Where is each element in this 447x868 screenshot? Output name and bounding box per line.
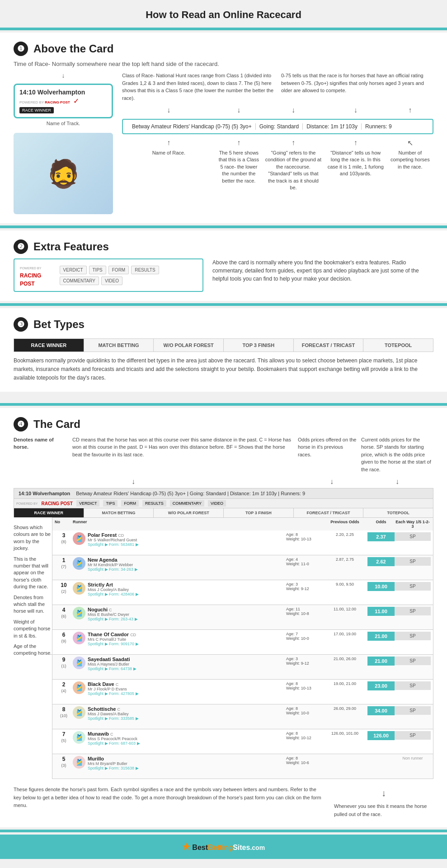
- section-above-card: ❶ Above the Card Time of Race- Normally …: [0, 33, 447, 223]
- horse-age-weight-col: Age: 8Weight: 10-6: [286, 756, 322, 765]
- horse-odds[interactable]: 34.00: [367, 706, 395, 715]
- horse-draw: (8): [61, 540, 66, 544]
- card-tab-totepool[interactable]: TOTEPOOL: [363, 508, 433, 517]
- card-nav-bar: POWERED BY RACING POST VERDICT TIPS FORM…: [14, 498, 433, 508]
- horse-age-weight-col: Age: 3Weight: 9-12: [286, 657, 322, 666]
- horse-num: 6: [62, 632, 66, 638]
- results-btn[interactable]: RESULTS: [131, 266, 159, 274]
- horse-silk: 🎽: [73, 532, 85, 545]
- card-mini-header: 14:10 Wolverhampton Betway Amateur Rider…: [14, 488, 433, 498]
- horse-spotlight[interactable]: Spotlight ▶ Form: 64738 ▶: [88, 666, 136, 671]
- horse-info: Noguchi C Miss E Bushe/C Dwyer Spotlight…: [88, 607, 138, 621]
- horse-age-weight-col: Age: 8Weight: 10-13: [286, 681, 322, 690]
- section4-title: The Card: [33, 418, 80, 431]
- horse-sp[interactable]: SP: [395, 632, 431, 640]
- card-tab-wo[interactable]: W/O POLAR FOREST: [154, 508, 224, 517]
- horse-age-weight-col: Age: 8Weight: 10-12: [286, 731, 322, 740]
- horse-sp[interactable]: SP: [395, 607, 431, 615]
- horse-row: 4(6)🎽 Noguchi C Miss E Bushe/C Dwyer Spo…: [52, 605, 433, 630]
- video-btn[interactable]: VIDEO: [101, 277, 122, 285]
- horse-prev-odds: 11.00, 12.00: [322, 607, 367, 611]
- horse-spotlight[interactable]: Spotlight ▶ Form: 563481 ▶: [88, 542, 139, 547]
- section3-title: Bet Types: [33, 318, 85, 331]
- horse-silk: 🎽: [73, 731, 85, 744]
- arrows-row-bottom: ↑ ↑ ↑ ↑ ↖: [122, 139, 433, 147]
- card-tab-winner[interactable]: RACE WINNER: [14, 508, 84, 517]
- horse-number-col: 9(1): [55, 657, 73, 668]
- horse-runner-col: 🎽 Sayedaati Saadati Miss A Haynes/J Butl…: [73, 657, 286, 671]
- horse-age-weight-col: Age: 8Weight: 10-0: [286, 706, 322, 715]
- horse-odds[interactable]: 23.00: [367, 681, 395, 690]
- horse-jockey: Mrs C Povnall/J Tuite: [88, 637, 139, 642]
- horse-draw: (6): [61, 614, 66, 619]
- horse-odds[interactable]: 2.62: [367, 557, 395, 566]
- card-commentary-btn[interactable]: COMMENTARY: [170, 500, 204, 507]
- arrow-class: ↓: [216, 106, 262, 114]
- section1-number: ❶: [14, 42, 28, 56]
- horse-number-col: 4(6): [55, 607, 73, 619]
- horse-prev-odds: 126.00, 101.00: [322, 731, 367, 736]
- horse-name: Strictly Art: [88, 582, 139, 587]
- arrow-from-class: ↑: [216, 139, 262, 147]
- tab-top3[interactable]: TOP 3 FINISH: [224, 339, 294, 352]
- form-btn[interactable]: FORM: [108, 266, 129, 274]
- horse-spotlight[interactable]: Spotlight ▶ Form: 34-263 ▶: [88, 567, 138, 572]
- horse-spotlight[interactable]: Spotlight ▶ Form: 315638 ▶: [88, 766, 139, 770]
- tab-totepool[interactable]: TOTEPOOL: [363, 339, 433, 352]
- horse-sp[interactable]: SP: [395, 582, 431, 591]
- section2-header: ❷ Extra Features: [14, 239, 433, 254]
- horse-sp[interactable]: SP: [395, 657, 431, 665]
- tips-btn[interactable]: TIPS: [89, 266, 106, 274]
- col-ew-header: Each Way 1/5 1-2-3: [395, 520, 431, 529]
- horse-spotlight[interactable]: Spotlight ▶ Form: 427805 ▶: [88, 691, 139, 696]
- horse-sp[interactable]: SP: [395, 731, 431, 740]
- horse-odds[interactable]: 21.00: [367, 657, 395, 666]
- horse-name: Noguchi C: [88, 607, 138, 612]
- card-results-btn[interactable]: RESULTS: [142, 500, 166, 507]
- card-tab-forecast[interactable]: FORECAST / TRICAST: [294, 508, 364, 517]
- horse-prev-odds: 2.20, 2.25: [322, 532, 367, 537]
- horse-spotlight[interactable]: Spotlight ▶ Form: 333585 ▶: [88, 716, 139, 721]
- arrow-down-racecard: ↓: [14, 72, 113, 79]
- section4-number: ❹: [14, 417, 28, 432]
- card-tab-top3[interactable]: TOP 3 FINISH: [224, 508, 294, 517]
- horse-odds[interactable]: 126.00: [367, 731, 395, 740]
- table-header: No Runner Previous Odds Odds Each Way 1/…: [52, 517, 433, 530]
- horse-spotlight[interactable]: Spotlight ▶ Form: 428406 ▶: [88, 592, 139, 596]
- desc-class5: The 5 here shows that this is a Class 5 …: [216, 150, 262, 191]
- commentary-btn[interactable]: COMMENTARY: [60, 277, 99, 285]
- horse-odds[interactable]: 11.00: [367, 607, 395, 616]
- tab-match-betting[interactable]: MATCH BETTING: [84, 339, 154, 352]
- card-tips-btn[interactable]: TIPS: [103, 500, 118, 507]
- card-verdict-btn[interactable]: VERDICT: [76, 500, 100, 507]
- horse-runner-col: 🎽 Thane Of Cawdor CD Mrs C Povnall/J Tui…: [73, 632, 286, 646]
- horse-age: Age: 8: [286, 681, 322, 686]
- horse-spotlight[interactable]: Spotlight ▶ Form: 263-43 ▶: [88, 617, 138, 621]
- horse-spotlight[interactable]: Spotlight ▶ Form: 687-603 ▶: [88, 741, 140, 746]
- card-tab-match[interactable]: MATCH BETTING: [84, 508, 154, 517]
- tab-wo-polar[interactable]: W/O POLAR FOREST: [154, 339, 224, 352]
- horse-age: Age: 8: [286, 731, 322, 736]
- class-desc: Class of Race- National Hunt races range…: [122, 72, 274, 102]
- odds-offered-ann: Odds prices offered on the horse in it's…: [298, 436, 357, 474]
- verdict-btn[interactable]: VERDICT: [60, 266, 87, 274]
- card-video-btn[interactable]: VIDEO: [208, 500, 226, 507]
- section2-title: Extra Features: [33, 240, 109, 253]
- horse-sp[interactable]: SP: [395, 706, 431, 715]
- horse-weight: Weight: 10-13: [286, 537, 322, 541]
- horse-odds[interactable]: 2.37: [367, 532, 395, 541]
- tab-forecast[interactable]: FORECAST / TRICAST: [294, 339, 364, 352]
- horse-odds[interactable]: 10.00: [367, 582, 395, 591]
- horse-runner-col: 🎽 Schottische C Miss J Dawes/A Bailey Sp…: [73, 706, 286, 721]
- horse-number-col: 8(10): [55, 706, 73, 718]
- tab-race-winner[interactable]: RACE WINNER: [14, 339, 84, 352]
- card-form-btn[interactable]: FORM: [121, 500, 139, 507]
- horse-spotlight[interactable]: Spotlight ▶ Form: 909170 ▶: [88, 642, 139, 646]
- horse-sp[interactable]: SP: [395, 532, 431, 541]
- divider-3: [0, 303, 447, 306]
- horse-odds[interactable]: 21.00: [367, 632, 395, 641]
- horse-runner-col: 🎽 Munawib C Miss S Peacock/R Peacock Spo…: [73, 731, 286, 746]
- desc-row: Name of Race. The 5 here shows that this…: [122, 150, 433, 191]
- horse-sp[interactable]: SP: [395, 681, 431, 690]
- horse-sp[interactable]: SP: [395, 557, 431, 566]
